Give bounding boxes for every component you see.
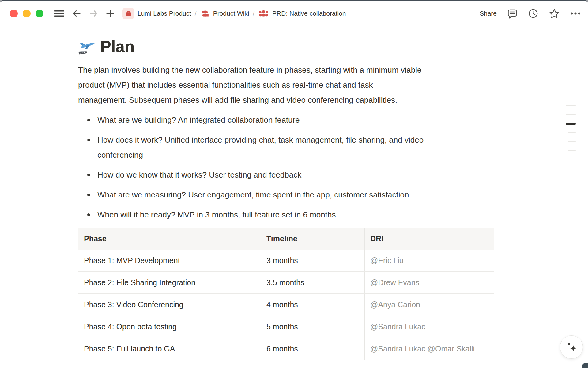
breadcrumb-label: PRD: Native collaboration [272, 10, 346, 17]
people-icon [258, 10, 269, 18]
favorite-star-icon[interactable] [549, 8, 560, 19]
more-ellipsis-icon[interactable] [570, 12, 581, 15]
breadcrumb-item-workspace[interactable]: Lumi Labs Product [123, 8, 191, 19]
cell-dri[interactable]: @Eric Liu [365, 250, 494, 271]
cell-timeline[interactable]: 6 months [261, 338, 365, 360]
bullet-dot [87, 119, 90, 121]
page-title[interactable]: Plan [100, 37, 134, 56]
menu-icon[interactable] [54, 9, 65, 18]
updates-clock-icon[interactable] [528, 8, 538, 19]
breadcrumb-separator: / [253, 10, 255, 17]
cell-phase[interactable]: Phase 3: Video Conferencing [78, 294, 261, 316]
briefcase-icon [123, 8, 134, 19]
cell-timeline[interactable]: 4 months [261, 294, 365, 316]
list-item[interactable]: How do we know that it works? User testi… [78, 167, 525, 182]
phases-table: Phase Timeline DRI Phase 1: MVP Developm… [78, 228, 494, 360]
minimize-window-button[interactable] [23, 10, 31, 17]
column-header-dri[interactable]: DRI [365, 228, 494, 250]
breadcrumb-label: Product Wiki [213, 10, 249, 17]
list-item[interactable]: What are we measuring? User engagement, … [78, 187, 525, 202]
bullet-list: What are we building? An integrated coll… [78, 113, 525, 222]
table-body: Phase 1: MVP Development 3 months @Eric … [78, 250, 494, 360]
cell-phase[interactable]: Phase 4: Open beta testing [78, 316, 261, 338]
table-row: Phase 1: MVP Development 3 months @Eric … [78, 250, 494, 271]
cell-phase[interactable]: Phase 5: Full launch to GA [78, 338, 261, 360]
intro-paragraph[interactable]: The plan involves building the new colla… [78, 63, 525, 108]
comments-icon[interactable] [507, 9, 518, 19]
cell-phase[interactable]: Phase 2: File Sharing Integration [78, 272, 261, 293]
list-item-text: When will it be ready? MVP in 3 months, … [97, 210, 336, 219]
list-item-text: What are we building? An integrated coll… [97, 115, 300, 125]
page-title-row: Plan [78, 37, 525, 56]
airplane-departure-emoji[interactable] [78, 37, 96, 55]
table-row: Phase 5: Full launch to GA 6 months @San… [78, 338, 494, 360]
bullet-dot [87, 174, 90, 176]
close-window-button[interactable] [10, 10, 18, 17]
table-row: Phase 3: Video Conferencing 4 months @An… [78, 293, 494, 316]
cell-dri[interactable]: @Sandra Lukac @Omar Skalli [365, 338, 494, 360]
column-header-timeline[interactable]: Timeline [261, 228, 365, 250]
bullet-dot [87, 194, 90, 196]
list-item[interactable]: What are we building? An integrated coll… [78, 113, 525, 128]
breadcrumb-separator: / [195, 10, 197, 17]
document: Plan The plan involves building the new … [78, 37, 525, 360]
cell-timeline[interactable]: 5 months [261, 316, 365, 338]
share-button[interactable]: Share [480, 10, 497, 17]
list-item-text: What are we measuring? User engagement, … [97, 190, 409, 199]
list-item[interactable]: When will it be ready? MVP in 3 months, … [78, 207, 525, 222]
outline-section-bar[interactable] [568, 132, 576, 133]
zoom-window-button[interactable] [36, 10, 43, 17]
app-window: Lumi Labs Product / Product Wiki / [0, 0, 588, 368]
back-icon[interactable] [71, 8, 82, 19]
cell-timeline[interactable]: 3 months [261, 250, 365, 271]
outline-section-bar[interactable] [566, 105, 576, 106]
cell-phase[interactable]: Phase 1: MVP Development [78, 250, 261, 271]
breadcrumb-item-product-wiki[interactable]: Product Wiki [200, 9, 249, 18]
outline-section-bar-active[interactable] [566, 123, 576, 125]
top-bar-actions: Share [480, 8, 582, 19]
breadcrumb-label: Lumi Labs Product [138, 10, 191, 17]
bullet-dot [87, 139, 90, 141]
column-header-phase[interactable]: Phase [78, 228, 261, 250]
breadcrumb: Lumi Labs Product / Product Wiki / [123, 8, 346, 19]
signpost-icon [200, 9, 210, 18]
top-bar: Lumi Labs Product / Product Wiki / [0, 1, 588, 26]
ai-sparkle-button[interactable] [560, 335, 583, 359]
list-item[interactable]: How does it work? Unified interface prov… [78, 132, 525, 163]
cell-dri[interactable]: @Drew Evans [365, 272, 494, 293]
table-header-row: Phase Timeline DRI [78, 228, 494, 250]
breadcrumb-item-current-page[interactable]: PRD: Native collaboration [258, 10, 346, 18]
table-row: Phase 4: Open beta testing 5 months @San… [78, 316, 494, 338]
outline-section-bar[interactable] [566, 114, 576, 115]
outline-section-bar[interactable] [568, 150, 576, 151]
table-row: Phase 2: File Sharing Integration 3.5 mo… [78, 271, 494, 293]
cell-timeline[interactable]: 3.5 months [261, 272, 365, 293]
outline-indicator [566, 105, 576, 159]
bullet-dot [87, 213, 90, 216]
outline-section-bar[interactable] [568, 141, 576, 142]
list-item-text: How does it work? Unified interface prov… [97, 135, 424, 159]
window-controls [10, 10, 43, 17]
cell-dri[interactable]: @Sandra Lukac [365, 316, 494, 338]
forward-icon[interactable] [89, 8, 99, 19]
list-item-text: How do we know that it works? User testi… [97, 170, 301, 179]
new-page-plus-icon[interactable] [106, 9, 115, 18]
cell-dri[interactable]: @Anya Carion [365, 294, 494, 316]
corner-overlay-shape [582, 363, 588, 368]
